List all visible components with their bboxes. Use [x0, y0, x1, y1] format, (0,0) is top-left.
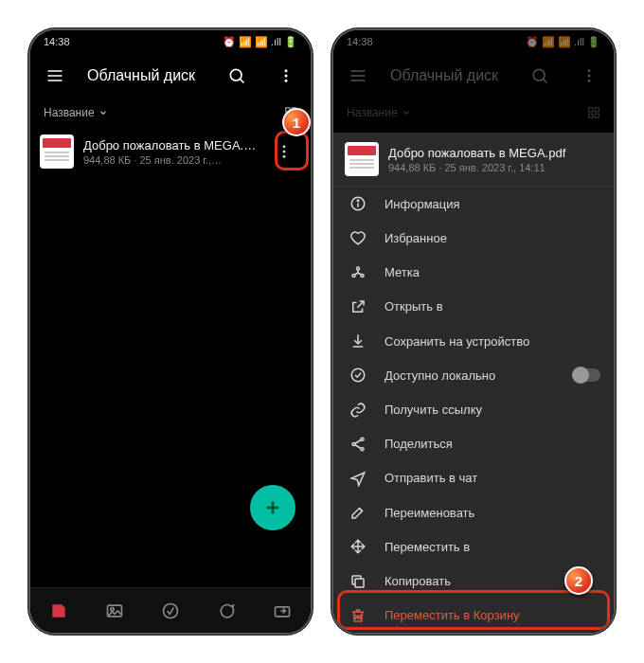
info-icon	[349, 195, 367, 212]
copy-icon	[349, 573, 367, 590]
menu-label: Метка	[385, 265, 420, 279]
sheet-header: Добро пожаловать в MEGA.pdf 944,88 КБ · …	[333, 133, 614, 187]
svg-point-5	[285, 69, 288, 72]
menu-sendchat[interactable]: Отправить в чат	[333, 461, 614, 495]
nav-chat-icon[interactable]	[207, 601, 245, 620]
svg-point-39	[351, 369, 365, 383]
svg-point-12	[283, 145, 286, 148]
app-bar: Облачный диск	[30, 53, 311, 99]
pdf-thumb-icon	[345, 142, 379, 176]
menu-save[interactable]: Сохранить на устройство	[333, 324, 614, 358]
menu-favorite[interactable]: Избранное	[333, 221, 614, 255]
menu-label: Сохранить на устройство	[385, 334, 529, 349]
tag-icon	[349, 264, 367, 281]
clock: 14:38	[44, 36, 70, 47]
file-meta: 944,88 КБ · 25 янв. 2023 г.,…	[83, 154, 258, 166]
menu-label: Поделиться	[385, 437, 453, 451]
fab-add-button[interactable]	[250, 485, 295, 530]
svg-point-14	[283, 155, 286, 158]
heart-icon	[349, 229, 367, 246]
menu-label: Переместить в	[385, 540, 470, 554]
menu-rename[interactable]: Переименовать	[333, 495, 614, 529]
menu-link[interactable]: Получить ссылку	[333, 392, 614, 426]
file-overflow-icon[interactable]	[267, 134, 301, 169]
svg-point-18	[111, 607, 114, 610]
trash-icon	[349, 607, 367, 624]
svg-point-36	[357, 267, 360, 270]
menu-offline[interactable]: Доступно локально	[333, 358, 614, 392]
offline-icon	[349, 367, 367, 384]
menu-share[interactable]: Поделиться	[333, 427, 614, 461]
file-row[interactable]: Добро пожаловать в MEGA.pdf 944,88 КБ · …	[30, 127, 311, 176]
page-title: Облачный диск	[87, 67, 205, 84]
file-meta: 944,88 КБ · 25 янв. 2023 г., 14:11	[388, 162, 602, 173]
nav-cloud-icon[interactable]	[40, 601, 78, 620]
menu-label: Доступно локально	[385, 368, 495, 383]
svg-rect-10	[286, 114, 290, 117]
menu-icon[interactable]	[38, 59, 72, 93]
svg-line-44	[355, 445, 361, 449]
link-icon	[349, 402, 367, 419]
svg-point-42	[361, 448, 364, 451]
svg-point-6	[285, 75, 288, 78]
menu-label: Переименовать	[385, 506, 474, 520]
view-grid-icon[interactable]	[284, 106, 297, 119]
overflow-icon[interactable]	[269, 59, 303, 93]
nav-home-icon[interactable]	[152, 601, 189, 620]
svg-line-4	[241, 80, 244, 83]
sort-row[interactable]: Название	[30, 99, 311, 127]
svg-rect-9	[292, 108, 295, 112]
svg-point-40	[361, 438, 364, 440]
menu-tag[interactable]: Метка	[333, 255, 614, 289]
move-icon	[349, 538, 367, 555]
screenshot-left: 14:38 ⏰ 📶 📶 .ıll 🔋 Облачный диск Названи…	[28, 28, 313, 635]
svg-point-41	[352, 442, 355, 445]
svg-line-43	[355, 439, 361, 443]
svg-point-7	[285, 80, 288, 82]
svg-rect-45	[355, 579, 364, 587]
menu-copy[interactable]: Копировать	[333, 564, 614, 599]
nav-photos-icon[interactable]	[96, 601, 134, 620]
file-name: Добро пожаловать в MEGA.pdf	[83, 138, 258, 152]
open-external-icon	[349, 298, 367, 315]
status-icons: ⏰ 📶 📶 .ıll 🔋	[223, 36, 297, 48]
menu-label: Копировать	[385, 574, 451, 588]
menu-label: Отправить в чат	[385, 471, 477, 485]
menu-label: Переместить в Корзину	[385, 608, 520, 622]
svg-rect-11	[292, 114, 295, 117]
menu-label: Открыть в	[385, 299, 443, 314]
menu-label: Получить ссылку	[385, 403, 482, 417]
svg-point-3	[230, 69, 242, 81]
share-icon	[349, 436, 367, 453]
svg-point-13	[283, 151, 286, 153]
search-icon[interactable]	[220, 59, 254, 93]
bottom-nav	[30, 587, 311, 633]
menu-info[interactable]: Информация	[333, 187, 614, 221]
menu-move[interactable]: Переместить в	[333, 529, 614, 564]
menu-openin[interactable]: Открыть в	[333, 290, 614, 324]
edit-icon	[349, 504, 367, 521]
offline-toggle[interactable]	[572, 368, 600, 382]
svg-rect-8	[286, 108, 290, 112]
file-info: Добро пожаловать в MEGA.pdf 944,88 КБ · …	[83, 138, 258, 166]
svg-point-35	[357, 200, 359, 202]
svg-point-19	[163, 603, 177, 618]
menu-label: Избранное	[385, 231, 447, 245]
pdf-thumb-icon	[40, 134, 74, 169]
nav-shared-icon[interactable]	[263, 601, 301, 620]
screenshot-right: 14:38 ⏰ 📶 📶 .ıll 🔋 Облачный диск Названи…	[331, 28, 616, 635]
menu-label: Информация	[385, 197, 460, 211]
sort-label: Название	[44, 106, 95, 119]
download-icon	[349, 332, 367, 349]
file-name: Добро пожаловать в MEGA.pdf	[388, 146, 602, 160]
chevron-down-icon	[98, 108, 108, 117]
file-list: Добро пожаловать в MEGA.pdf 944,88 КБ · …	[30, 127, 311, 587]
menu-trash[interactable]: Переместить в Корзину	[333, 599, 614, 633]
action-sheet: Добро пожаловать в MEGA.pdf 944,88 КБ · …	[333, 133, 614, 633]
send-icon	[349, 470, 367, 487]
status-bar: 14:38 ⏰ 📶 📶 .ıll 🔋	[30, 30, 311, 53]
